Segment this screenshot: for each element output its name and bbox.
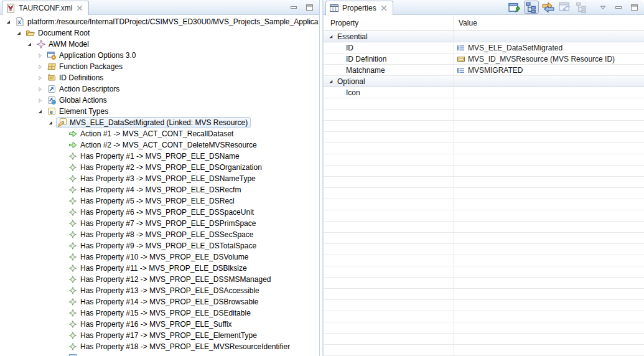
tree-item[interactable]: Has Property #12 -> MVS_PROP_ELE_DSSMSMa… (0, 274, 319, 285)
tree-item[interactable]: Function Packages (0, 61, 319, 72)
expander-collapsed-icon[interactable] (35, 74, 45, 82)
expander-expanded-icon[interactable] (327, 78, 335, 85)
expander-expanded-icon[interactable] (14, 29, 24, 37)
property-diamond-icon (68, 241, 78, 251)
tree-item[interactable]: Action #1 -> MVS_ACT_CONT_RecallDataset (0, 128, 319, 139)
tree-item-label: Action #1 -> MVS_ACT_CONT_RecallDataset (80, 129, 233, 138)
property-diamond-icon (68, 207, 78, 217)
tree-item[interactable]: Has Property #7 -> MVS_PROP_ELE_DSPrimSp… (0, 218, 319, 229)
tree-item-label: Has Property #16 -> MVS_PROP_ELE_Suffix (80, 320, 232, 329)
tree-item[interactable]: Has Property #15 -> MVS_PROP_ELE_DSEdita… (0, 307, 319, 319)
function-packages-icon (47, 62, 57, 72)
empty-property-row (324, 255, 644, 266)
tree-item[interactable]: Has Property #16 -> MVS_PROP_ELE_Suffix (0, 319, 319, 330)
tree-item[interactable]: AWM Model (0, 39, 319, 50)
property-row[interactable]: ID DefinitionMVS_ID_MVSResource (MVS Res… (324, 54, 644, 65)
pin-view-button[interactable] (507, 1, 522, 14)
tree-item-label: Element Types (59, 107, 108, 116)
tree-item[interactable]: eElement Types (0, 106, 319, 117)
document-root-icon (26, 28, 35, 38)
properties-table: Property Value EssentialIDMVS_ELE_DataSe… (324, 15, 644, 356)
expander-expanded-icon[interactable] (3, 18, 14, 26)
maximize-button[interactable] (629, 2, 639, 12)
tree-item-label: Has Property #4 -> MVS_PROP_ELE_DSRecfm (80, 185, 241, 194)
tree-item[interactable]: Document Root (0, 27, 319, 39)
tree-item[interactable]: Has Property #11 -> MVS_PROP_ELE_DSBlksi… (0, 263, 319, 274)
tree-item[interactable]: Xplatform:/resource/InternalTDProject/CS… (0, 16, 319, 27)
tree-item-label: Document Root (38, 29, 90, 37)
empty-property-row (324, 98, 644, 110)
tree-item[interactable]: Has Property #10 -> MVS_PROP_ELE_DSVolum… (0, 251, 319, 263)
expander-expanded-icon[interactable] (35, 108, 45, 116)
expander-collapsed-icon[interactable] (35, 85, 45, 93)
action-descriptors-icon (47, 84, 57, 94)
expander-collapsed-icon[interactable] (35, 96, 45, 105)
minimize-button[interactable] (289, 2, 299, 12)
minimize-button[interactable] (614, 2, 623, 12)
category-label: Optional (335, 77, 365, 86)
awm-model-icon (36, 39, 46, 49)
tab-properties[interactable]: Properties (325, 1, 393, 15)
property-diamond-icon (68, 263, 78, 273)
expander-collapsed-icon[interactable] (35, 52, 45, 60)
property-row[interactable]: IDMVS_ELE_DataSetMigrated (324, 42, 644, 54)
tree-item[interactable]: Has Property #5 -> MVS_PROP_ELE_DSRecl (0, 195, 319, 207)
property-row[interactable]: Icon (324, 87, 644, 98)
tree-item[interactable]: Action Descriptors (0, 83, 319, 95)
tree-item[interactable]: eMVS_ELE_DataSetMigrated (Linked: MVS Re… (0, 117, 319, 128)
empty-property-row (324, 244, 644, 255)
expander-expanded-icon[interactable] (327, 33, 335, 40)
tree-item-label: Has Property #5 -> MVS_PROP_ELE_DSRecl (80, 197, 235, 205)
properties-view-icon (329, 3, 339, 13)
properties-tabbar: Properties (324, 0, 644, 15)
tree-item-label: Has Property #10 -> MVS_PROP_ELE_DSVolum… (80, 253, 248, 261)
tree-item[interactable]: Has Property #13 -> MVS_PROP_ELE_DSAcces… (0, 285, 319, 296)
tree-item[interactable]: Has Property #1 -> MVS_PROP_ELE_DSName (0, 151, 319, 162)
property-row[interactable]: MatchnameMVSMIGRATED (324, 65, 644, 76)
tree-item-label: Has Property #15 -> MVS_PROP_ELE_DSEdita… (80, 309, 251, 317)
property-diamond-icon (68, 185, 78, 195)
empty-property-row (324, 266, 644, 278)
tree-item[interactable]: Has Property #8 -> MVS_PROP_ELE_DSSecSpa… (0, 229, 319, 240)
tree-item[interactable]: Has Property #17 -> MVS_PROP_ELE_Element… (0, 330, 319, 341)
empty-property-row (324, 154, 644, 166)
close-icon[interactable] (75, 4, 84, 12)
tree-item[interactable]: Has Property #6 -> MVS_PROP_ELE_DSSpaceU… (0, 207, 319, 218)
property-diamond-icon (68, 286, 78, 296)
close-icon[interactable] (380, 4, 388, 12)
property-category-row[interactable]: Optional (324, 76, 644, 87)
id-ref-icon (456, 54, 466, 64)
expander-expanded-icon[interactable] (45, 119, 56, 127)
properties-column-header: Property Value (324, 15, 644, 31)
show-advanced-button[interactable] (541, 1, 556, 14)
expander-collapsed-icon[interactable] (35, 63, 45, 71)
tree-item[interactable]: Has Property #4 -> MVS_PROP_ELE_DSRecfm (0, 184, 319, 195)
tree-item[interactable]: Global Actions (0, 95, 319, 106)
editor-pane: TAURCONF.xml Xplatform:/resource/Interna… (0, 0, 320, 356)
view-menu-chevron-button[interactable] (598, 2, 608, 12)
tree-item[interactable] (0, 352, 319, 356)
property-diamond-icon (68, 151, 78, 161)
tree-item[interactable]: Has Property #18 -> MVS_PROP_ELE_MVSReso… (0, 341, 319, 352)
tree-item[interactable]: Has Property #3 -> MVS_PROP_ELE_DSNameTy… (0, 173, 319, 184)
tree-item[interactable]: Has Property #14 -> MVS_PROP_ELE_DSBrows… (0, 296, 319, 307)
tree-item[interactable]: ID Definitions (0, 72, 319, 83)
property-diamond-icon (68, 230, 78, 240)
expander-expanded-icon[interactable] (24, 40, 35, 49)
property-diamond-icon (68, 330, 78, 340)
cut-off-blue-icon (68, 353, 78, 356)
tree-item[interactable]: Has Property #2 -> MVS_PROP_ELE_DSOrgani… (0, 162, 319, 173)
property-diamond-icon (68, 196, 78, 206)
tree-item[interactable]: Application Options 3.0 (0, 50, 319, 61)
property-category-row[interactable]: Essential (324, 31, 644, 42)
tree-item[interactable]: Action #2 -> MVS_ACT_CONT_DeleteMVSResou… (0, 139, 319, 151)
property-diamond-icon (68, 274, 78, 284)
tree-item[interactable]: Has Property #9 -> MVS_PROP_ELE_DSTotalS… (0, 240, 319, 251)
column-header-property[interactable]: Property (324, 15, 454, 30)
tree-item-label: Has Property #14 -> MVS_PROP_ELE_DSBrows… (80, 297, 258, 306)
empty-property-row (324, 188, 644, 199)
tab-taurconf-xml[interactable]: TAURCONF.xml (2, 1, 89, 15)
show-categories-button[interactable] (524, 1, 539, 14)
column-header-value[interactable]: Value (454, 19, 644, 27)
maximize-button[interactable] (304, 2, 314, 12)
